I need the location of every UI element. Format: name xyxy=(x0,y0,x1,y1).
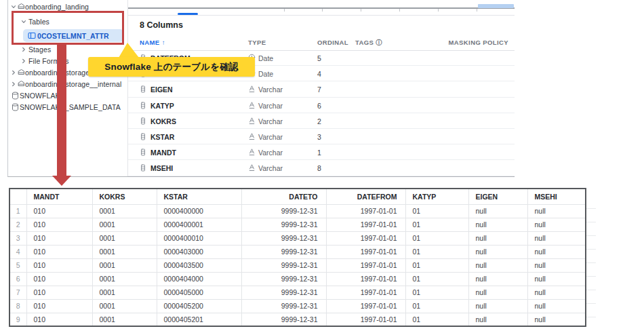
column-header-tags[interactable]: TAGS ⓘ xyxy=(355,39,382,47)
data-cell-kstar[interactable]: 0000405201 xyxy=(157,313,241,326)
data-cell-datefrom[interactable]: 1997-01-01 xyxy=(326,286,405,299)
sidebar-item-snowflake[interactable]: SNOWFLAKE xyxy=(8,90,127,101)
data-cell-eigen[interactable]: null xyxy=(468,313,527,326)
data-cell-dateto[interactable]: 9999-12-31 xyxy=(241,313,326,326)
row-number-cell[interactable]: 5 xyxy=(9,258,26,272)
data-cell-kokrs[interactable]: 0001 xyxy=(92,299,157,313)
data-cell-katyp[interactable]: 01 xyxy=(405,299,468,313)
data-cell-kstar[interactable]: 0000403000 xyxy=(157,245,241,258)
data-cell-datefrom[interactable]: 1997-01-01 xyxy=(326,231,405,245)
data-cell-eigen[interactable]: null xyxy=(468,299,527,313)
column-row-katyp[interactable]: KATYPVarchar6 xyxy=(128,98,515,113)
data-cell-eigen[interactable]: null xyxy=(468,272,527,286)
column-header-name[interactable]: NAME ↑ xyxy=(140,39,165,46)
data-cell-eigen[interactable]: null xyxy=(468,231,527,245)
chevron-right-icon[interactable] xyxy=(10,81,17,87)
data-cell-dateto[interactable]: 9999-12-31 xyxy=(241,258,326,272)
data-cell-katyp[interactable]: 01 xyxy=(405,245,468,258)
data-cell-kokrs[interactable]: 0001 xyxy=(92,218,157,231)
data-cell-dateto[interactable]: 9999-12-31 xyxy=(241,218,326,231)
data-cell-datefrom[interactable]: 1997-01-01 xyxy=(326,299,405,313)
column-header-masking-policy[interactable]: MASKING POLICY xyxy=(449,39,508,46)
data-cell-mandt[interactable]: 010 xyxy=(26,218,92,231)
column-row-eigen[interactable]: EIGENVarchar7 xyxy=(128,81,515,97)
data-cell-mandt[interactable]: 010 xyxy=(26,272,92,286)
data-cell-dateto[interactable]: 9999-12-31 xyxy=(241,231,326,245)
row-number-cell[interactable]: 9 xyxy=(9,313,26,326)
data-cell-mandt[interactable]: 010 xyxy=(26,286,92,299)
sidebar-item-snowflake_sample_data[interactable]: SNOWFLAKE_SAMPLE_DATA xyxy=(8,101,127,113)
data-cell-mandt[interactable]: 010 xyxy=(26,313,92,326)
data-cell-katyp[interactable]: 01 xyxy=(405,286,468,299)
data-cell-kokrs[interactable]: 0001 xyxy=(92,313,157,326)
chevron-right-icon[interactable] xyxy=(20,58,27,64)
data-cell-katyp[interactable]: 01 xyxy=(405,204,468,218)
data-cell-dateto[interactable]: 9999-12-31 xyxy=(241,299,326,313)
data-cell-kstar[interactable]: 0000400010 xyxy=(157,231,241,245)
data-cell-msehi[interactable]: null xyxy=(527,313,586,326)
data-cell-msehi[interactable]: null xyxy=(527,258,586,272)
row-number-cell[interactable]: 4 xyxy=(9,245,26,258)
data-cell-datefrom[interactable]: 1997-01-01 xyxy=(326,258,405,272)
data-cell-katyp[interactable]: 01 xyxy=(405,231,468,245)
data-cell-katyp[interactable]: 01 xyxy=(405,272,468,286)
data-cell-katyp[interactable]: 01 xyxy=(405,313,468,326)
data-cell-dateto[interactable]: 9999-12-31 xyxy=(241,204,326,218)
data-cell-dateto[interactable]: 9999-12-31 xyxy=(241,272,326,286)
data-cell-kokrs[interactable]: 0001 xyxy=(92,204,157,218)
data-cell-datefrom[interactable]: 1997-01-01 xyxy=(326,218,405,231)
column-header-type[interactable]: TYPE xyxy=(248,39,266,46)
data-cell-msehi[interactable]: null xyxy=(527,299,586,313)
row-number-cell[interactable]: 2 xyxy=(9,218,26,231)
data-cell-msehi[interactable]: null xyxy=(527,218,586,231)
data-cell-eigen[interactable]: null xyxy=(468,218,527,231)
data-cell-kstar[interactable]: 0000403500 xyxy=(157,258,241,272)
column-header-ordinal[interactable]: ORDINAL xyxy=(317,39,348,46)
data-cell-msehi[interactable]: null xyxy=(527,204,586,218)
data-cell-msehi[interactable]: null xyxy=(527,272,586,286)
column-row-kokrs[interactable]: KOKRSVarchar2 xyxy=(128,113,515,129)
data-cell-datefrom[interactable]: 1997-01-01 xyxy=(326,204,405,218)
row-number-cell[interactable]: 3 xyxy=(9,231,26,245)
data-cell-kokrs[interactable]: 0001 xyxy=(92,231,157,245)
data-cell-dateto[interactable]: 9999-12-31 xyxy=(241,245,326,258)
data-cell-datefrom[interactable]: 1997-01-01 xyxy=(326,245,405,258)
data-cell-mandt[interactable]: 010 xyxy=(26,245,92,258)
data-cell-katyp[interactable]: 01 xyxy=(405,218,468,231)
column-row-msehi[interactable]: MSEHIVarchar8 xyxy=(128,160,515,176)
data-cell-datefrom[interactable]: 1997-01-01 xyxy=(326,272,405,286)
data-cell-mandt[interactable]: 010 xyxy=(26,231,92,245)
chevron-right-icon[interactable] xyxy=(20,46,27,53)
data-cell-eigen[interactable]: null xyxy=(468,245,527,258)
data-cell-eigen[interactable]: null xyxy=(468,286,527,299)
data-cell-kstar[interactable]: 0000400001 xyxy=(157,218,241,231)
sidebar-item-stages[interactable]: Stages xyxy=(8,43,127,55)
data-cell-kstar[interactable]: 0000405200 xyxy=(157,299,241,313)
row-number-cell[interactable]: 6 xyxy=(9,272,26,286)
data-cell-kokrs[interactable]: 0001 xyxy=(92,245,157,258)
data-cell-kstar[interactable]: 0000404000 xyxy=(157,272,241,286)
row-number-cell[interactable]: 7 xyxy=(9,286,26,299)
data-cell-mandt[interactable]: 010 xyxy=(26,299,92,313)
data-cell-msehi[interactable]: null xyxy=(527,245,586,258)
data-cell-kstar[interactable]: 0000400000 xyxy=(157,204,241,218)
column-row-kstar[interactable]: KSTARVarchar3 xyxy=(128,129,515,144)
data-cell-eigen[interactable]: null xyxy=(468,204,527,218)
data-cell-katyp[interactable]: 01 xyxy=(405,258,468,272)
data-cell-kokrs[interactable]: 0001 xyxy=(92,272,157,286)
data-cell-eigen[interactable]: null xyxy=(468,258,527,272)
data-cell-mandt[interactable]: 010 xyxy=(26,258,92,272)
data-cell-msehi[interactable]: null xyxy=(527,231,586,245)
row-number-cell[interactable]: 1 xyxy=(9,204,26,218)
data-cell-datefrom[interactable]: 1997-01-01 xyxy=(326,313,405,326)
chevron-down-icon[interactable] xyxy=(10,3,17,10)
sidebar-item-onboarding_storage__internal[interactable]: onboarding_storage__internal xyxy=(8,78,127,90)
column-row-mandt[interactable]: MANDTVarchar1 xyxy=(128,144,515,160)
data-cell-kstar[interactable]: 0000405000 xyxy=(157,286,241,299)
data-cell-msehi[interactable]: null xyxy=(527,286,586,299)
data-cell-kokrs[interactable]: 0001 xyxy=(92,258,157,272)
row-number-cell[interactable]: 8 xyxy=(9,299,26,313)
chevron-right-icon[interactable] xyxy=(10,69,17,76)
data-cell-dateto[interactable]: 9999-12-31 xyxy=(241,286,326,299)
data-cell-kokrs[interactable]: 0001 xyxy=(92,286,157,299)
